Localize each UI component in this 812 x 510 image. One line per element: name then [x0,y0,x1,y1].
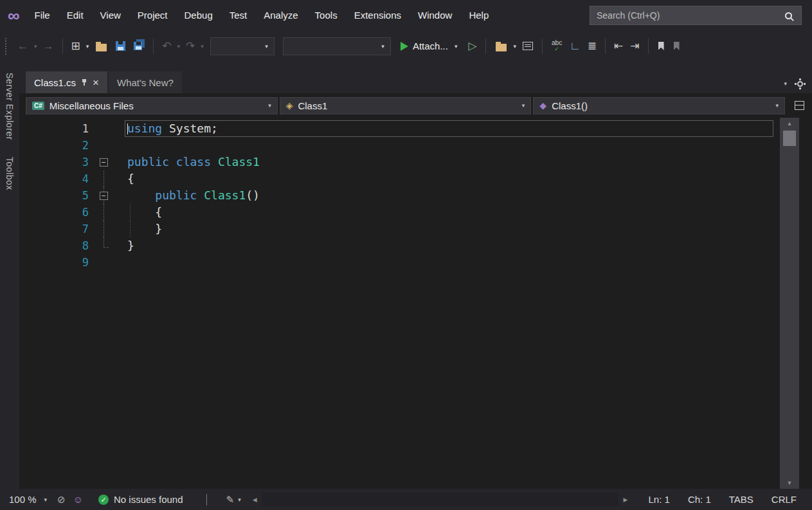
vertical-scrollbar[interactable]: ▲ ▼ [780,118,799,489]
vertical-scroll-track[interactable] [780,129,799,477]
notifications-muted-icon[interactable]: ⊘ [53,494,69,505]
decrease-indent-icon[interactable]: ⇤ [611,39,626,53]
code-line-3[interactable]: 3−public class Class1 [19,154,780,170]
menu-extensions[interactable]: Extensions [346,0,410,31]
side-tab-toolbox[interactable]: Toolbox [5,157,15,190]
no-issues-check-icon[interactable]: ✓ [98,495,109,505]
pin-icon[interactable] [81,79,87,86]
increase-indent-icon[interactable]: ⇥ [627,39,642,53]
save-icon[interactable] [116,41,125,51]
settings-gear-icon[interactable] [797,81,803,87]
scroll-left-icon[interactable]: ◀ [248,496,262,503]
solution-explorer-icon[interactable] [523,42,533,50]
code-text[interactable] [125,254,773,271]
navigate-forward-icon[interactable]: → [40,39,57,53]
menu-view[interactable]: View [92,0,129,31]
code-line-5[interactable]: 5− public Class1() [19,187,780,204]
fold-margin[interactable] [95,204,112,221]
code-text[interactable]: } [125,221,773,237]
member-dropdown[interactable]: ◆ Class1() ▾ [533,97,785,114]
navigate-back-chevron-icon[interactable]: ▾ [32,43,39,50]
code-line-7[interactable]: 7 } [19,221,780,237]
zoom-control[interactable]: 100 % ▾ [6,494,53,505]
fold-margin[interactable] [95,170,112,187]
fold-margin[interactable]: − [95,154,112,170]
project-dropdown[interactable]: C# Miscellaneous Files ▾ [26,97,278,114]
code-text[interactable]: public class Class1 [125,154,773,170]
code-text[interactable]: { [125,170,773,187]
redo-chevron-icon[interactable]: ▾ [199,43,206,50]
menu-debug[interactable]: Debug [176,0,221,31]
column-indicator[interactable]: Ch: 1 [679,494,720,505]
whitespace-icon[interactable]: ∟ [566,39,584,53]
collapse-region-icon[interactable]: − [100,192,108,200]
fold-margin[interactable]: − [95,187,112,204]
search-input[interactable] [590,10,785,21]
undo-icon[interactable]: ↶ [159,39,174,53]
code-cleanup-chevron-icon[interactable]: ▾ [238,496,241,503]
menu-analyze[interactable]: Analyze [255,0,306,31]
code-cleanup-icon[interactable]: ✎ [222,494,239,505]
save-all-icon[interactable] [134,42,142,50]
find-in-files-icon[interactable] [496,44,507,51]
menu-window[interactable]: Window [410,0,460,31]
code-editor[interactable]: 1using System;23−public class Class14{5−… [19,118,780,489]
code-line-9[interactable]: 9 [19,254,780,271]
search-icon[interactable] [785,12,792,19]
side-tab-server-explorer[interactable]: Server Explorer [5,73,15,140]
vertical-scroll-thumb[interactable] [783,131,796,146]
indent-mode-indicator[interactable]: TABS [720,494,762,505]
code-line-6[interactable]: 6 { [19,204,780,221]
scroll-right-icon[interactable]: ▶ [618,496,633,503]
fold-margin[interactable] [95,221,112,237]
outline-structure-icon[interactable]: ≣ [584,39,600,53]
menu-test[interactable]: Test [221,0,256,31]
clear-bookmarks-icon[interactable] [674,42,680,50]
code-text[interactable]: public Class1() [125,187,773,204]
code-text[interactable]: } [125,237,773,254]
open-documents-chevron-icon[interactable]: ▾ [784,80,787,87]
new-project-chevron-icon[interactable]: ▾ [84,43,91,50]
new-project-icon[interactable]: ⊞ [68,39,84,53]
split-window-icon[interactable] [795,101,804,110]
code-line-1[interactable]: 1using System; [19,120,780,137]
code-text[interactable] [125,137,773,154]
code-line-8[interactable]: 8} [19,237,780,254]
tab-whats-new[interactable]: What's New? [109,71,182,93]
menu-project[interactable]: Project [129,0,176,31]
spell-check-icon[interactable]: abc [552,40,562,52]
close-icon[interactable]: × [93,77,99,88]
code-line-4[interactable]: 4{ [19,170,780,187]
configuration-dropdown[interactable]: ▾ [210,37,275,55]
menu-edit[interactable]: Edit [59,0,92,31]
start-without-debugging-icon[interactable]: ▷ [465,39,480,53]
platform-dropdown[interactable]: ▾ [283,37,391,55]
collapse-region-icon[interactable]: − [100,158,108,167]
scroll-up-icon[interactable]: ▲ [780,118,799,129]
menu-help[interactable]: Help [460,0,497,31]
tab-class1-cs[interactable]: Class1.cs × [26,71,107,93]
scroll-down-icon[interactable]: ▼ [780,477,799,489]
fold-margin[interactable] [95,237,112,254]
search-box[interactable] [590,6,802,25]
open-file-folder-icon[interactable] [96,44,107,51]
horizontal-scrollbar[interactable]: ◀ ▶ [248,489,633,510]
attach-button[interactable]: Attach... ▾ [395,38,465,54]
code-text[interactable]: { [125,204,773,221]
code-text[interactable]: using System; [125,120,773,137]
menu-tools[interactable]: Tools [307,0,346,31]
navigate-back-icon[interactable]: ← [14,39,32,53]
code-line-2[interactable]: 2 [19,137,780,154]
issues-status-text[interactable]: No issues found [114,494,183,505]
feedback-icon[interactable]: ☺ [69,494,87,505]
undo-chevron-icon[interactable]: ▾ [176,43,183,50]
horizontal-scroll-track[interactable] [262,493,618,506]
toolbar-grip[interactable] [5,38,8,55]
line-indicator[interactable]: Ln: 1 [640,494,679,505]
menu-file[interactable]: File [26,0,59,31]
find-chevron-icon[interactable]: ▾ [512,43,519,50]
redo-icon[interactable]: ↷ [183,39,198,53]
toggle-bookmark-icon[interactable] [658,42,664,50]
type-dropdown[interactable]: ◈ Class1 ▾ [280,97,532,114]
line-ending-indicator[interactable]: CRLF [762,494,806,505]
